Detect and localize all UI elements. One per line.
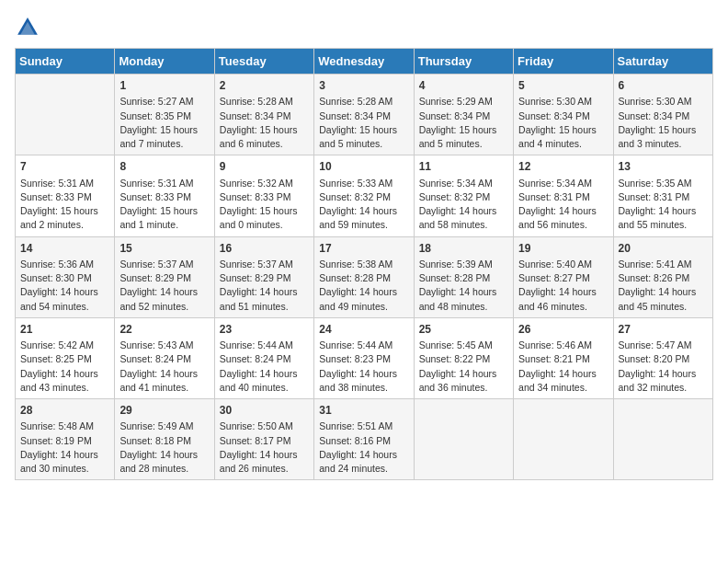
day-info: Sunrise: 5:46 AM Sunset: 8:21 PM Dayligh… <box>518 339 608 395</box>
day-info: Sunrise: 5:40 AM Sunset: 8:27 PM Dayligh… <box>518 258 608 314</box>
day-info: Sunrise: 5:32 AM Sunset: 8:33 PM Dayligh… <box>220 177 309 233</box>
calendar-cell: 7Sunrise: 5:31 AM Sunset: 8:33 PM Daylig… <box>16 155 115 236</box>
calendar-week-5: 28Sunrise: 5:48 AM Sunset: 8:19 PM Dayli… <box>16 399 713 480</box>
day-number: 20 <box>619 241 708 257</box>
day-info: Sunrise: 5:28 AM Sunset: 8:34 PM Dayligh… <box>319 95 408 151</box>
day-number: 1 <box>119 78 209 94</box>
calendar-cell: 2Sunrise: 5:28 AM Sunset: 8:34 PM Daylig… <box>214 75 313 155</box>
calendar-cell: 29Sunrise: 5:49 AM Sunset: 8:18 PM Dayli… <box>115 399 214 480</box>
day-number: 17 <box>319 241 408 257</box>
day-number: 5 <box>518 78 608 94</box>
calendar-cell: 9Sunrise: 5:32 AM Sunset: 8:33 PM Daylig… <box>214 155 313 236</box>
calendar-cell <box>514 399 613 480</box>
day-number: 24 <box>319 322 408 338</box>
day-info: Sunrise: 5:35 AM Sunset: 8:31 PM Dayligh… <box>619 177 708 233</box>
day-number: 8 <box>119 159 209 175</box>
weekday-header-row: SundayMondayTuesdayWednesdayThursdayFrid… <box>16 49 713 75</box>
day-info: Sunrise: 5:39 AM Sunset: 8:28 PM Dayligh… <box>419 258 508 314</box>
calendar-cell: 27Sunrise: 5:47 AM Sunset: 8:20 PM Dayli… <box>613 317 712 398</box>
day-number: 18 <box>419 241 508 257</box>
day-info: Sunrise: 5:48 AM Sunset: 8:19 PM Dayligh… <box>20 419 109 476</box>
day-number: 4 <box>419 78 508 94</box>
day-number: 11 <box>419 159 508 175</box>
day-number: 23 <box>220 322 309 338</box>
calendar-cell: 14Sunrise: 5:36 AM Sunset: 8:30 PM Dayli… <box>16 236 115 317</box>
day-info: Sunrise: 5:42 AM Sunset: 8:25 PM Dayligh… <box>20 339 109 395</box>
day-info: Sunrise: 5:37 AM Sunset: 8:29 PM Dayligh… <box>220 258 309 314</box>
calendar-week-4: 21Sunrise: 5:42 AM Sunset: 8:25 PM Dayli… <box>16 317 713 398</box>
logo-icon <box>15 15 40 40</box>
calendar-cell: 17Sunrise: 5:38 AM Sunset: 8:28 PM Dayli… <box>314 236 414 317</box>
logo <box>15 15 44 40</box>
calendar-week-2: 7Sunrise: 5:31 AM Sunset: 8:33 PM Daylig… <box>16 155 713 236</box>
day-info: Sunrise: 5:28 AM Sunset: 8:34 PM Dayligh… <box>220 95 309 151</box>
calendar-cell: 20Sunrise: 5:41 AM Sunset: 8:26 PM Dayli… <box>613 236 712 317</box>
weekday-header-sunday: Sunday <box>16 49 115 75</box>
weekday-header-tuesday: Tuesday <box>214 49 313 75</box>
calendar-cell <box>613 399 712 480</box>
day-info: Sunrise: 5:34 AM Sunset: 8:31 PM Dayligh… <box>518 177 608 233</box>
calendar-cell: 21Sunrise: 5:42 AM Sunset: 8:25 PM Dayli… <box>16 317 115 398</box>
day-number: 3 <box>319 78 408 94</box>
calendar-cell: 30Sunrise: 5:50 AM Sunset: 8:17 PM Dayli… <box>214 399 313 480</box>
calendar-cell <box>414 399 513 480</box>
calendar-cell: 26Sunrise: 5:46 AM Sunset: 8:21 PM Dayli… <box>514 317 613 398</box>
day-info: Sunrise: 5:27 AM Sunset: 8:35 PM Dayligh… <box>119 95 209 151</box>
day-info: Sunrise: 5:30 AM Sunset: 8:34 PM Dayligh… <box>619 95 708 151</box>
day-number: 26 <box>518 322 608 338</box>
day-number: 19 <box>518 241 608 257</box>
day-info: Sunrise: 5:34 AM Sunset: 8:32 PM Dayligh… <box>419 177 508 233</box>
day-info: Sunrise: 5:51 AM Sunset: 8:16 PM Dayligh… <box>319 419 408 476</box>
calendar-cell: 11Sunrise: 5:34 AM Sunset: 8:32 PM Dayli… <box>414 155 513 236</box>
page-header <box>15 15 713 40</box>
day-info: Sunrise: 5:45 AM Sunset: 8:22 PM Dayligh… <box>419 339 508 395</box>
day-info: Sunrise: 5:37 AM Sunset: 8:29 PM Dayligh… <box>119 258 209 314</box>
day-info: Sunrise: 5:30 AM Sunset: 8:34 PM Dayligh… <box>518 95 608 151</box>
day-number: 6 <box>619 78 708 94</box>
day-number: 13 <box>619 159 708 175</box>
day-number: 2 <box>220 78 309 94</box>
day-number: 12 <box>518 159 608 175</box>
day-info: Sunrise: 5:33 AM Sunset: 8:32 PM Dayligh… <box>319 177 408 233</box>
day-number: 7 <box>20 159 109 175</box>
calendar-cell: 31Sunrise: 5:51 AM Sunset: 8:16 PM Dayli… <box>314 399 414 480</box>
day-number: 10 <box>319 159 408 175</box>
calendar-cell: 6Sunrise: 5:30 AM Sunset: 8:34 PM Daylig… <box>613 75 712 155</box>
calendar-cell: 19Sunrise: 5:40 AM Sunset: 8:27 PM Dayli… <box>514 236 613 317</box>
day-number: 14 <box>20 241 109 257</box>
calendar-cell: 22Sunrise: 5:43 AM Sunset: 8:24 PM Dayli… <box>115 317 214 398</box>
day-number: 22 <box>119 322 209 338</box>
day-number: 29 <box>119 403 209 419</box>
day-number: 27 <box>619 322 708 338</box>
day-info: Sunrise: 5:47 AM Sunset: 8:20 PM Dayligh… <box>619 339 708 395</box>
calendar-table: SundayMondayTuesdayWednesdayThursdayFrid… <box>15 48 713 480</box>
day-info: Sunrise: 5:31 AM Sunset: 8:33 PM Dayligh… <box>119 177 209 233</box>
weekday-header-saturday: Saturday <box>613 49 712 75</box>
calendar-cell: 5Sunrise: 5:30 AM Sunset: 8:34 PM Daylig… <box>514 75 613 155</box>
calendar-cell: 13Sunrise: 5:35 AM Sunset: 8:31 PM Dayli… <box>613 155 712 236</box>
calendar-cell: 10Sunrise: 5:33 AM Sunset: 8:32 PM Dayli… <box>314 155 414 236</box>
weekday-header-monday: Monday <box>115 49 214 75</box>
day-number: 9 <box>220 159 309 175</box>
calendar-cell: 4Sunrise: 5:29 AM Sunset: 8:34 PM Daylig… <box>414 75 513 155</box>
weekday-header-wednesday: Wednesday <box>314 49 414 75</box>
calendar-cell: 12Sunrise: 5:34 AM Sunset: 8:31 PM Dayli… <box>514 155 613 236</box>
day-info: Sunrise: 5:43 AM Sunset: 8:24 PM Dayligh… <box>119 339 209 395</box>
day-info: Sunrise: 5:49 AM Sunset: 8:18 PM Dayligh… <box>119 419 209 476</box>
calendar-cell: 23Sunrise: 5:44 AM Sunset: 8:24 PM Dayli… <box>214 317 313 398</box>
day-number: 15 <box>119 241 209 257</box>
calendar-cell: 8Sunrise: 5:31 AM Sunset: 8:33 PM Daylig… <box>115 155 214 236</box>
day-info: Sunrise: 5:29 AM Sunset: 8:34 PM Dayligh… <box>419 95 508 151</box>
calendar-cell: 25Sunrise: 5:45 AM Sunset: 8:22 PM Dayli… <box>414 317 513 398</box>
day-number: 21 <box>20 322 109 338</box>
day-info: Sunrise: 5:38 AM Sunset: 8:28 PM Dayligh… <box>319 258 408 314</box>
day-number: 31 <box>319 403 408 419</box>
day-number: 28 <box>20 403 109 419</box>
calendar-cell: 3Sunrise: 5:28 AM Sunset: 8:34 PM Daylig… <box>314 75 414 155</box>
calendar-cell: 1Sunrise: 5:27 AM Sunset: 8:35 PM Daylig… <box>115 75 214 155</box>
calendar-cell: 16Sunrise: 5:37 AM Sunset: 8:29 PM Dayli… <box>214 236 313 317</box>
calendar-cell: 24Sunrise: 5:44 AM Sunset: 8:23 PM Dayli… <box>314 317 414 398</box>
day-number: 25 <box>419 322 508 338</box>
day-info: Sunrise: 5:44 AM Sunset: 8:23 PM Dayligh… <box>319 339 408 395</box>
day-info: Sunrise: 5:50 AM Sunset: 8:17 PM Dayligh… <box>220 419 309 476</box>
